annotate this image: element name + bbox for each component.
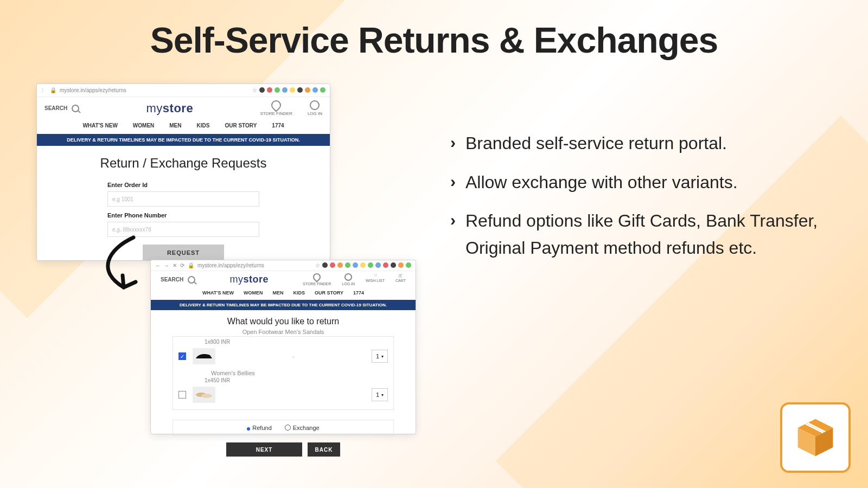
store-logo[interactable]: mystore xyxy=(230,274,269,285)
nav-item[interactable]: MEN xyxy=(272,290,283,296)
browser-url-bar[interactable]: 〉 🔒 mystore.in/apps/ezy/returns ☆ xyxy=(37,84,330,97)
next-button[interactable]: NEXT xyxy=(226,442,302,457)
request-button[interactable]: REQUEST xyxy=(143,245,224,261)
back-icon[interactable]: ← xyxy=(155,262,161,268)
nav-item[interactable]: WOMEN xyxy=(244,290,263,296)
chevron-right-icon: › xyxy=(450,208,456,261)
quantity-select[interactable]: 1▾ xyxy=(372,388,388,401)
return-item-row[interactable]: 1▾ xyxy=(173,384,393,405)
product-thumbnail xyxy=(193,348,215,364)
nav-item[interactable]: OUR STORY xyxy=(315,290,343,296)
item-price: 1x450 INR xyxy=(205,377,393,383)
item-checkbox[interactable]: ✓ xyxy=(178,352,186,360)
quantity-select[interactable]: 1▾ xyxy=(372,350,388,363)
bullet-text: Branded self-service return portal. xyxy=(465,130,727,157)
select-items-heading: What would you like to return xyxy=(173,317,394,326)
refund-exchange-options: Refund Exchange xyxy=(173,420,394,436)
reload-icon[interactable]: ⟳ xyxy=(180,262,184,268)
nav-item[interactable]: WHAT'S NEW xyxy=(82,123,117,129)
item-price: 1x800 INR xyxy=(205,339,393,345)
browser-url-bar[interactable]: ← → ✕ ⟳ 🔒 mystore.in/apps/ezy/returns ☆ xyxy=(151,260,416,271)
screenshot-select-items: ← → ✕ ⟳ 🔒 mystore.in/apps/ezy/returns ☆ … xyxy=(151,260,416,434)
item-name: Open Footwear Men's Sandals xyxy=(173,329,394,335)
nav-item[interactable]: WOMEN xyxy=(133,123,154,129)
nav-item[interactable]: OUR STORY xyxy=(225,123,257,129)
browser-extension-icons[interactable]: ☆ xyxy=(252,87,326,93)
nav-item[interactable]: KIDS xyxy=(293,290,305,296)
lock-icon: 🔒 xyxy=(50,87,56,93)
login-link[interactable]: LOG IN xyxy=(308,100,322,116)
flow-arrow-icon xyxy=(91,233,151,296)
pin-icon xyxy=(269,98,283,112)
chevron-right-icon: › xyxy=(450,169,456,196)
forward-icon[interactable]: → xyxy=(164,262,169,268)
store-finder-link[interactable]: STORE FINDER xyxy=(260,100,292,116)
pin-icon xyxy=(311,272,322,282)
nav-item[interactable]: 1774 xyxy=(353,290,364,296)
box-icon xyxy=(791,413,840,462)
product-logo xyxy=(780,402,851,473)
return-item-row[interactable]: ✓ - 1▾ xyxy=(173,346,393,367)
form-heading: Return / Exchange Requests xyxy=(59,156,308,171)
browser-extension-icons[interactable]: ☆ xyxy=(315,262,411,268)
store-finder-link[interactable]: STORE FINDER xyxy=(303,273,331,286)
chevron-down-icon: ▾ xyxy=(381,354,384,359)
search-label: SEARCH xyxy=(161,277,183,282)
bullet-text: Allow exchange with other variants. xyxy=(465,169,738,196)
search-icon[interactable] xyxy=(188,276,195,284)
cart-link[interactable]: 🛒CART xyxy=(395,273,406,286)
nav-item[interactable]: WHAT'S NEW xyxy=(202,290,234,296)
back-icon[interactable]: 〉 xyxy=(41,87,47,94)
chevron-down-icon: ▾ xyxy=(381,393,384,397)
search-icon[interactable] xyxy=(72,105,79,112)
covid-banner: DELIVERY & RETURN TIMELINES MAY BE IMPAC… xyxy=(37,134,330,146)
login-link[interactable]: LOG IN xyxy=(342,273,355,286)
nav-item[interactable]: MEN xyxy=(169,123,181,129)
order-id-input[interactable]: e.g 1001 xyxy=(107,191,259,207)
exchange-radio[interactable]: Exchange xyxy=(285,425,320,431)
heart-icon: ♡ xyxy=(374,273,377,278)
refund-radio[interactable]: Refund xyxy=(247,425,271,431)
user-icon xyxy=(310,100,320,110)
page-title: Self-Service Returns & Exchanges xyxy=(0,20,868,61)
phone-label: Enter Phone Number xyxy=(107,212,259,219)
order-id-label: Enter Order Id xyxy=(107,182,259,188)
user-icon xyxy=(344,273,352,281)
cart-icon: 🛒 xyxy=(398,273,403,278)
nav-item[interactable]: 1774 xyxy=(272,123,284,129)
wishlist-link[interactable]: ♡WISH LIST xyxy=(366,273,385,286)
back-button[interactable]: BACK xyxy=(308,442,340,457)
product-thumbnail xyxy=(193,387,215,403)
store-logo[interactable]: mystore xyxy=(146,101,194,115)
bullet-text: Refund options like Gift Cards, Bank Tra… xyxy=(465,208,825,261)
return-item-list: 1x800 INR ✓ - 1▾ Women's Bellies 1x450 I… xyxy=(173,336,394,410)
nav-item[interactable]: KIDS xyxy=(197,123,210,129)
item-checkbox[interactable] xyxy=(178,391,186,399)
item-dash: - xyxy=(222,354,365,359)
covid-banner: DELIVERY & RETURN TIMELINES MAY BE IMPAC… xyxy=(151,300,416,310)
top-nav: WHAT'S NEW WOMEN MEN KIDS OUR STORY 1774 xyxy=(37,119,330,134)
close-icon[interactable]: ✕ xyxy=(173,262,177,268)
screenshot-return-request: 〉 🔒 mystore.in/apps/ezy/returns ☆ SEARCH… xyxy=(37,84,330,260)
lock-icon: 🔒 xyxy=(188,262,194,268)
item-name: Women's Bellies xyxy=(211,370,393,376)
feature-bullets: ›Branded self-service return portal. ›Al… xyxy=(450,130,825,273)
search-label: SEARCH xyxy=(44,105,67,111)
chevron-right-icon: › xyxy=(450,130,456,157)
url-text: mystore.in/apps/ezy/returns xyxy=(197,262,264,268)
svg-point-1 xyxy=(201,394,212,398)
top-nav: WHAT'S NEW WOMEN MEN KIDS OUR STORY 1774 xyxy=(151,288,416,300)
url-text: mystore.in/apps/ezy/returns xyxy=(60,87,126,93)
